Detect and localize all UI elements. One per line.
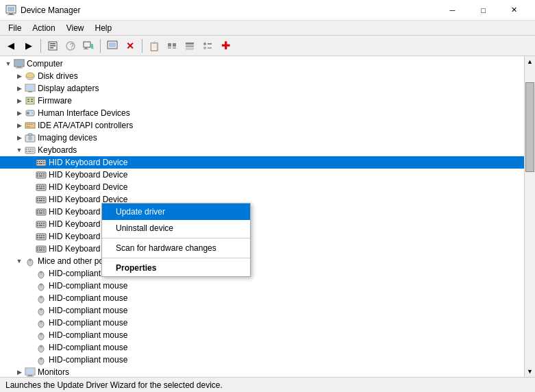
menu-bar: File Action View Help (0, 21, 535, 36)
hid-kb-2-label: HID Keyboard Device (49, 170, 127, 180)
svg-point-53 (28, 136, 32, 140)
toolbar-add-device[interactable]: ✚ (217, 38, 234, 54)
svg-rect-92 (37, 200, 38, 201)
svg-rect-95 (36, 209, 46, 215)
tree-item-mouse-3[interactable]: ▶ HID-compliant mouse (0, 292, 524, 304)
monitors-icon (25, 367, 36, 377)
toolbar-help[interactable] (104, 38, 121, 54)
svg-rect-46 (25, 123, 35, 128)
mouse-3-label: HID-compliant mouse (49, 293, 127, 303)
svg-rect-42 (31, 101, 33, 102)
svg-rect-73 (39, 173, 40, 175)
svg-point-26 (203, 47, 206, 49)
scroll-down-button[interactable]: ▼ (525, 366, 536, 377)
tree-item-firmware[interactable]: ▶ Firmware (0, 95, 524, 107)
tree-item-mouse-7[interactable]: ▶ HID-compliant mouse (0, 341, 524, 354)
main-area: ▼ Computer ▶ (0, 56, 535, 377)
tree-item-hid-kb-1[interactable]: ▶ HID Keyboard Device (0, 156, 524, 169)
mouse-4-label: HID-compliant mouse (49, 306, 127, 315)
scroll-thumb[interactable] (525, 82, 534, 172)
close-button[interactable]: ✕ (499, 0, 530, 21)
ctx-properties[interactable]: Properties (102, 260, 250, 276)
toolbar-forward[interactable]: ▶ (21, 38, 37, 54)
tree-item-mice[interactable]: ▼ Mice and other pointing devices (0, 255, 524, 267)
svg-rect-113 (39, 235, 40, 236)
menu-action[interactable]: Action (27, 22, 60, 34)
tree-item-hid-kb-7[interactable]: ▶ HID Keyboard Device (0, 230, 524, 243)
tree-item-mouse-1[interactable]: ▶ HID-compliant mouse (0, 267, 524, 280)
toolbar-deviceview-3[interactable] (182, 38, 198, 54)
tree-item-keyboards[interactable]: ▼ Keyboards (0, 144, 524, 156)
tree-item-imaging[interactable]: ▶ Imaging devices (0, 132, 524, 144)
tree-item-mouse-2[interactable]: ▶ HID-compliant mouse (0, 280, 524, 292)
imaging-label: Imaging devices (38, 133, 97, 143)
scroll-up-button[interactable]: ▲ (525, 56, 536, 67)
svg-rect-16 (109, 42, 116, 47)
svg-rect-96 (37, 210, 38, 212)
svg-rect-48 (29, 124, 30, 125)
svg-rect-27 (208, 43, 212, 45)
context-menu: Update driver Uninstall device Scan for … (101, 203, 251, 277)
svg-rect-124 (37, 249, 38, 251)
tree-item-mouse-6[interactable]: ▶ HID-compliant mouse (0, 329, 524, 341)
tree-item-hid-kb-8[interactable]: ▶ HID Keyboard Device (0, 243, 524, 255)
toolbar-scan[interactable]: + (80, 38, 97, 54)
expand-icon-hid: ▶ (14, 108, 25, 119)
svg-rect-114 (41, 235, 42, 236)
svg-rect-47 (27, 124, 28, 125)
tree-item-hid-kb-6[interactable]: ▶ HID Keyboard Device (0, 218, 524, 230)
toolbar-update[interactable]: ? (62, 38, 79, 54)
mouse-icon-5 (36, 317, 47, 328)
toolbar-properties[interactable] (45, 38, 61, 54)
scrollbar[interactable]: ▲ ▼ (524, 56, 535, 377)
ctx-uninstall-device[interactable]: Uninstall device (102, 220, 250, 236)
toolbar-deviceview-2[interactable] (164, 38, 180, 54)
svg-rect-84 (37, 188, 38, 189)
expand-icon-mice: ▼ (14, 256, 25, 267)
svg-rect-55 (25, 147, 35, 154)
tree-item-mouse-4[interactable]: ▶ HID-compliant mouse (0, 304, 524, 317)
tree-item-hid[interactable]: ▶ Human Interface Devices (0, 107, 524, 119)
keyboard-icon-5 (36, 206, 47, 217)
tree-item-display[interactable]: ▶ Display adapters (0, 82, 524, 95)
svg-rect-120 (37, 247, 38, 249)
menu-view[interactable]: View (61, 22, 90, 34)
firmware-icon (25, 95, 36, 106)
svg-rect-68 (37, 163, 38, 164)
svg-rect-109 (39, 225, 42, 226)
tree-item-hid-kb-3[interactable]: ▶ HID Keyboard Device (0, 181, 524, 193)
menu-help[interactable]: Help (90, 22, 118, 34)
toolbar-deviceview-1[interactable]: 📋 (146, 38, 162, 54)
svg-rect-82 (41, 186, 42, 187)
svg-rect-126 (43, 249, 45, 251)
tree-item-mouse-5[interactable]: ▶ HID-compliant mouse (0, 317, 524, 329)
toolbar-back[interactable]: ◀ (3, 38, 19, 54)
expand-icon-imaging: ▶ (14, 132, 25, 143)
tree-item-mouse-8[interactable]: ▶ HID-compliant mouse (0, 354, 524, 366)
menu-file[interactable]: File (3, 22, 27, 34)
scroll-track (525, 67, 535, 366)
tree-item-monitors[interactable]: ▶ Monitors (0, 366, 524, 377)
svg-rect-116 (37, 237, 38, 238)
svg-rect-56 (26, 149, 27, 150)
svg-rect-88 (37, 198, 38, 199)
svg-rect-20 (168, 47, 171, 49)
maximize-button[interactable]: □ (468, 0, 499, 21)
tree-item-ide[interactable]: ▶ IDE ATA/ATAPI controllers (0, 119, 524, 132)
svg-rect-132 (41, 271, 42, 273)
minimize-button[interactable]: ─ (437, 0, 468, 21)
svg-rect-108 (37, 225, 38, 226)
tree-item-computer[interactable]: ▼ Computer (0, 58, 524, 70)
toolbar-deviceview-4[interactable] (199, 38, 216, 54)
tree-item-hid-kb-5[interactable]: ▶ HID Keyboard Device (0, 206, 524, 218)
svg-rect-80 (37, 186, 38, 187)
tree-item-hid-kb-2[interactable]: ▶ HID Keyboard Device (0, 169, 524, 181)
computer-icon (14, 58, 25, 69)
device-tree[interactable]: ▼ Computer ▶ (0, 56, 524, 377)
toolbar-remove[interactable]: ✕ (122, 38, 138, 54)
tree-item-disk-drives[interactable]: ▶ Disk drives (0, 70, 524, 82)
svg-rect-112 (37, 235, 38, 236)
tree-item-hid-kb-4[interactable]: ▶ HID Keyboard Device (0, 193, 524, 206)
ctx-scan-hardware[interactable]: Scan for hardware changes (102, 240, 250, 256)
ctx-update-driver[interactable]: Update driver (102, 204, 250, 220)
